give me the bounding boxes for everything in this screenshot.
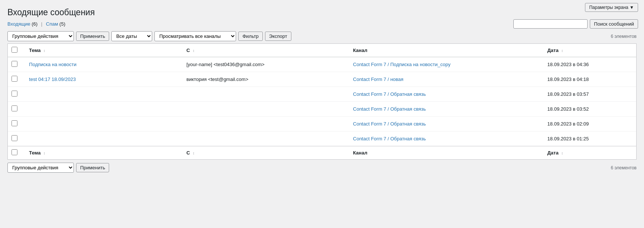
row-c-cell bbox=[183, 87, 349, 102]
apply-button-top[interactable]: Применить bbox=[76, 32, 109, 41]
row-check-cell bbox=[8, 87, 25, 102]
inbox-tab-link[interactable]: Входящие (6) bbox=[7, 21, 39, 27]
header-check bbox=[8, 44, 25, 57]
row-checkbox-2[interactable] bbox=[12, 76, 17, 82]
export-button[interactable]: Экспорт bbox=[265, 32, 291, 41]
table-body: Подписка на новости[your-name] <test0436… bbox=[8, 57, 636, 146]
search-area: Поиск сообщений bbox=[513, 19, 638, 29]
row-checkbox-5[interactable] bbox=[12, 120, 17, 126]
tab-separator: | bbox=[41, 21, 42, 27]
table-row: Подписка на новости[your-name] <test0436… bbox=[8, 57, 636, 72]
select-all-checkbox-bottom[interactable] bbox=[12, 149, 17, 155]
search-button[interactable]: Поиск сообщений bbox=[590, 19, 638, 29]
row-channel-link-3[interactable]: Contact Form 7 / Обратная связь bbox=[353, 91, 426, 97]
row-c-cell: виктория <test@gmail.com> bbox=[183, 72, 349, 87]
header-date: Дата ↕ bbox=[544, 44, 636, 57]
row-theme-cell bbox=[25, 102, 183, 117]
header-channel: Канал bbox=[349, 44, 544, 57]
footer-date-sort-icon[interactable]: ↕ bbox=[561, 151, 563, 155]
table-row: Contact Form 7 / Обратная связь18.09.202… bbox=[8, 117, 636, 131]
table-header-row: Тема ↕ С ↕ Канал Дата ↕ bbox=[8, 44, 636, 57]
row-channel-cell: Contact Form 7 / Обратная связь bbox=[349, 131, 544, 146]
row-date-cell: 18.09.2023 в 04:18 bbox=[544, 72, 636, 87]
row-theme-cell bbox=[25, 131, 183, 146]
row-channel-cell: Contact Form 7 / Подписка на новости_cop… bbox=[349, 57, 544, 72]
footer-c: С ↕ bbox=[183, 146, 349, 160]
bottom-controls: Групповые действия Применить 6 элементов bbox=[7, 163, 637, 173]
messages-table-wrap: Тема ↕ С ↕ Канал Дата ↕ Подписка на н bbox=[7, 43, 637, 160]
messages-table: Тема ↕ С ↕ Канал Дата ↕ Подписка на н bbox=[8, 44, 636, 159]
row-theme-cell: Подписка на новости bbox=[25, 57, 183, 72]
row-channel-link-4[interactable]: Contact Form 7 / Обратная связь bbox=[353, 106, 426, 112]
footer-date: Дата ↕ bbox=[544, 146, 636, 160]
row-check-cell bbox=[8, 117, 25, 131]
apply-button-bottom[interactable]: Применить bbox=[76, 163, 109, 172]
row-theme-cell: test 04:17 18.09/2023 bbox=[25, 72, 183, 87]
row-checkbox-1[interactable] bbox=[12, 61, 17, 67]
table-footer-row: Тема ↕ С ↕ Канал Дата ↕ bbox=[8, 146, 636, 160]
row-c-cell bbox=[183, 117, 349, 131]
row-date-cell: 18.09.2023 в 03:57 bbox=[544, 87, 636, 102]
date-select[interactable]: Все даты bbox=[111, 31, 152, 41]
row-channel-link-5[interactable]: Contact Form 7 / Обратная связь bbox=[353, 121, 426, 127]
table-row: Contact Form 7 / Обратная связь18.09.202… bbox=[8, 131, 636, 146]
search-input[interactable] bbox=[513, 19, 588, 29]
footer-check bbox=[8, 146, 25, 160]
row-date-cell: 18.09.2023 в 04:36 bbox=[544, 57, 636, 72]
screen-options-area: Параметры экрана ▼ bbox=[585, 3, 638, 12]
footer-c-sort-icon[interactable]: ↕ bbox=[193, 151, 194, 155]
footer-theme: Тема ↕ bbox=[25, 146, 183, 160]
row-checkbox-6[interactable] bbox=[12, 135, 17, 141]
page-title: Входящие сообщения bbox=[7, 7, 637, 17]
row-check-cell bbox=[8, 131, 25, 146]
row-check-cell bbox=[8, 102, 25, 117]
bulk-actions-select-bottom[interactable]: Групповые действия bbox=[7, 163, 74, 173]
header-c: С ↕ bbox=[183, 44, 349, 57]
row-channel-link-2[interactable]: Contact Form 7 / новая bbox=[353, 76, 403, 82]
top-controls: Групповые действия Применить Все даты Пр… bbox=[7, 31, 637, 41]
row-theme-cell bbox=[25, 117, 183, 131]
row-c-cell: [your-name] <test0436@gmail.com> bbox=[183, 57, 349, 72]
row-theme-link-2[interactable]: test 04:17 18.09/2023 bbox=[29, 76, 76, 82]
bulk-actions-select-top[interactable]: Групповые действия bbox=[7, 31, 74, 41]
row-channel-cell: Contact Form 7 / Обратная связь bbox=[349, 117, 544, 131]
row-checkbox-4[interactable] bbox=[12, 105, 17, 111]
row-c-cell bbox=[183, 131, 349, 146]
row-channel-link-1[interactable]: Contact Form 7 / Подписка на новости_cop… bbox=[353, 62, 451, 67]
table-row: Contact Form 7 / Обратная связь18.09.202… bbox=[8, 87, 636, 102]
table-row: test 04:17 18.09/2023виктория <test@gmai… bbox=[8, 72, 636, 87]
row-channel-link-6[interactable]: Contact Form 7 / Обратная связь bbox=[353, 136, 426, 141]
row-date-cell: 18.09.2023 в 03:52 bbox=[544, 102, 636, 117]
row-theme-cell bbox=[25, 87, 183, 102]
footer-channel: Канал bbox=[349, 146, 544, 160]
bottom-count-label: 6 элементов bbox=[611, 165, 637, 170]
row-channel-cell: Contact Form 7 / Обратная связь bbox=[349, 102, 544, 117]
theme-sort-icon[interactable]: ↕ bbox=[43, 49, 45, 53]
c-sort-icon[interactable]: ↕ bbox=[193, 49, 194, 53]
header-theme: Тема ↕ bbox=[25, 44, 183, 57]
top-count-label: 6 элементов bbox=[611, 34, 637, 39]
page-wrap: Параметры экрана ▼ Поиск сообщений Входя… bbox=[0, 0, 644, 228]
row-check-cell bbox=[8, 57, 25, 72]
row-date-cell: 18.09.2023 в 01:25 bbox=[544, 131, 636, 146]
table-row: Contact Form 7 / Обратная связь18.09.202… bbox=[8, 102, 636, 117]
row-theme-link-1[interactable]: Подписка на новости bbox=[29, 62, 76, 67]
select-all-checkbox-top[interactable] bbox=[12, 47, 17, 53]
row-checkbox-3[interactable] bbox=[12, 91, 17, 97]
row-channel-cell: Contact Form 7 / Обратная связь bbox=[349, 87, 544, 102]
footer-theme-sort-icon[interactable]: ↕ bbox=[43, 151, 45, 155]
date-sort-icon[interactable]: ↕ bbox=[561, 49, 563, 53]
spam-tab-link[interactable]: Спам (5) bbox=[46, 21, 65, 27]
row-date-cell: 18.09.2023 в 02:09 bbox=[544, 117, 636, 131]
row-channel-cell: Contact Form 7 / новая bbox=[349, 72, 544, 87]
screen-options-button[interactable]: Параметры экрана ▼ bbox=[585, 3, 638, 12]
filter-button[interactable]: Фильтр bbox=[238, 32, 263, 41]
row-c-cell bbox=[183, 102, 349, 117]
channel-select[interactable]: Просматривать все каналы bbox=[154, 31, 236, 41]
row-check-cell bbox=[8, 72, 25, 87]
